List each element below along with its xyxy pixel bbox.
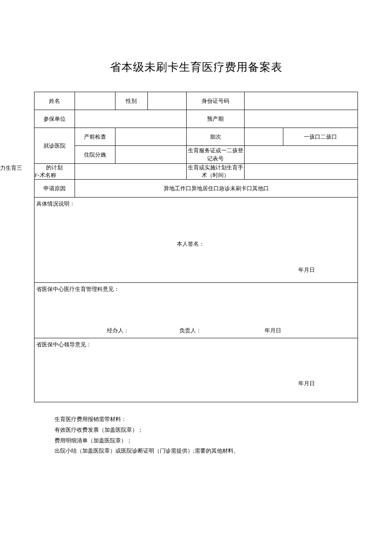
opinion2-label: 省医保中心领导意见： [36, 341, 92, 349]
value-prenatal-hospital[interactable] [115, 128, 186, 146]
label-insured-unit: 参保单位 [35, 110, 75, 128]
form-table: 姓名 性别 身份证号码 参保单位 预产期 就诊医院 产前检查 胎次 一孩口二孩口… [34, 92, 358, 402]
label-expected-date: 预产期 [186, 110, 245, 128]
shili-prefix: 实力生育三 [0, 164, 22, 172]
footer-notes: 生育医疗费用报销需带材料： 有效医疗收费发票（加盖医院章）； 费用明细清单（加盖… [34, 414, 358, 456]
opinion1-label: 省医保中心医疗生育管理科意见： [36, 285, 119, 293]
value-operation[interactable] [75, 164, 186, 180]
reason-options[interactable]: 异地工作口异地居住口急诊未刷卡口其他口 [75, 180, 357, 198]
detail-desc-label: 具体情况说明： [36, 200, 75, 208]
self-sign-label: 本人签名： [177, 240, 205, 248]
detail-description-cell[interactable]: 具体情况说明： 本人签名： 年月日 [35, 198, 358, 283]
label-plan: 实力生育三 的计划 F-术名称 [35, 164, 75, 180]
value-gender[interactable] [147, 92, 186, 110]
value-birth-time[interactable] [245, 164, 358, 180]
opinion1-cell[interactable]: 省医保中心医疗生育管理科意见： 经办人： 负责人： 年月日 [35, 283, 358, 338]
footer-line-3: 费用明细清单（加盖医院章）； [55, 436, 358, 446]
value-insured-unit[interactable] [75, 110, 186, 128]
opinion1-date: 年月日 [265, 327, 281, 334]
fuze-label: 负责人： [179, 327, 202, 334]
page-title: 省本级未刷卡生育医疗费用备案表 [34, 60, 358, 75]
label-id-number: 身份证号码 [186, 92, 245, 110]
footer-line-4: 出院小结（加盖医院章）或医院诊断证明（门诊需提供）;需要的其他材料。 [55, 446, 358, 456]
value-birth-order[interactable] [245, 128, 283, 146]
plan-label-text: 的计划 [46, 164, 63, 171]
desc-date: 年月日 [298, 266, 315, 274]
opinion2-date: 年月日 [298, 380, 315, 387]
label-birth-time: 生育或实施计划生育手术（时间） [186, 164, 245, 180]
label-birth-cert: 生育服务证或一二孩登记表号 [186, 146, 245, 164]
label-birth-order: 胎次 [186, 128, 245, 146]
value-name[interactable] [75, 92, 115, 110]
value-expected-date[interactable] [245, 110, 358, 128]
birth-order-options[interactable]: 一孩口二孩口 [283, 128, 358, 146]
f-operation-label: F-术名称 [35, 171, 75, 179]
opinion2-cell[interactable]: 省医保中心领导意见： 年月日 [35, 338, 358, 402]
footer-line-2: 有效医疗收费发票（加盖医院章）； [55, 425, 358, 436]
label-apply-reason: 申请原因 [35, 180, 75, 198]
value-birth-cert[interactable] [245, 146, 358, 164]
label-inpatient: 住院分娩 [75, 146, 115, 164]
label-gender: 性别 [115, 92, 147, 110]
label-prenatal: 产前检查 [75, 128, 115, 146]
value-id-number[interactable] [245, 92, 358, 110]
footer-line-1: 生育医疗费用报销需带材料： [55, 414, 358, 425]
jingban-label: 经办人： [107, 327, 129, 334]
value-inpatient-hospital[interactable] [115, 146, 186, 164]
label-hospital: 就诊医院 [35, 128, 75, 164]
label-name: 姓名 [35, 92, 75, 110]
